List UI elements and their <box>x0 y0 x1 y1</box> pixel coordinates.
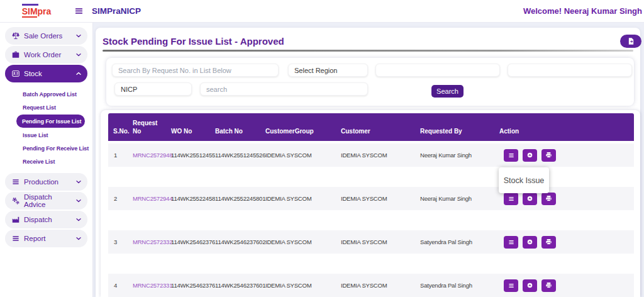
action-view-button[interactable] <box>523 193 537 205</box>
sidebar-item-label: Dispatch <box>24 216 52 223</box>
column-header-batch-no: Batch No <box>215 127 265 141</box>
plant-select[interactable]: NICP <box>114 82 192 96</box>
cell-batch-no: 114WK2552245801 <box>215 195 265 202</box>
sidebar-item-label: Report <box>24 235 46 242</box>
cell-requested-by: Neeraj Kumar Singh <box>420 152 499 159</box>
cell-batch-no: 114WK2546237601 <box>215 282 265 289</box>
cell-customer-group: IDEMIA SYSCOM <box>265 282 341 289</box>
id-card-icon <box>11 69 20 78</box>
table-header-row: S.No.Request NoWO NoBatch NoCustomerGrou… <box>108 113 634 141</box>
request-no-search-input[interactable] <box>112 64 279 77</box>
table-body: 1MRNC2572948114WK25512455114WK2551245526… <box>108 143 634 297</box>
chevron-down-icon <box>75 178 82 186</box>
cell-batch-no: 114WK2551245526 <box>215 152 265 159</box>
request-no-link[interactable]: MRNC2572944 <box>133 195 172 202</box>
action-stock-issue-button[interactable] <box>504 236 518 249</box>
chevron-down-icon <box>75 197 82 205</box>
action-print-button[interactable] <box>541 279 556 292</box>
menu-icon <box>508 238 515 246</box>
sidebar-item-report[interactable]: Report <box>5 230 87 247</box>
sidebar-item-label: Production <box>24 178 58 186</box>
menu-toggle-icon[interactable] <box>74 6 84 16</box>
app-title: SIMPraNICP <box>92 6 141 16</box>
stock-issue-tooltip: Stock Issue <box>499 167 549 193</box>
sidebar-item-sale-orders[interactable]: Sale Orders <box>5 27 87 45</box>
cell-customer: IDEMIA SYSCOM <box>341 238 420 245</box>
request-no-link[interactable]: MRNC2572331 <box>133 282 172 289</box>
export-button[interactable] <box>620 35 641 48</box>
column-header-s-no: S.No. <box>108 127 133 141</box>
sidebar-item-production[interactable]: Production <box>5 173 87 191</box>
column-header-customergroup: CustomerGroup <box>265 127 341 141</box>
main-content: Stock Pending For Issue List - Approved … <box>96 28 640 297</box>
sidebar-subitem-pending-for-receive-list[interactable]: Pending For Receive List <box>0 142 92 155</box>
cell-customer: IDEMIA SYSCOM <box>341 195 420 202</box>
region-select[interactable]: Select Region <box>288 64 368 77</box>
action-print-button[interactable] <box>541 193 556 205</box>
cell-batch-no: 114WK2546237602 <box>215 238 265 245</box>
cell-sno: 4 <box>108 282 133 289</box>
logo-text: SIMpra <box>22 6 52 16</box>
menu-icon <box>508 195 515 203</box>
table-row: 3MRNC2572332114WK25462376114WK2546237602… <box>108 230 634 254</box>
sidebar-item-stock[interactable]: Stock <box>5 65 87 82</box>
cell-sno: 1 <box>108 152 133 159</box>
sidebar-subitem-receive-list[interactable]: Receive List <box>0 155 92 168</box>
sidebar: Sale OrdersWork OrderStockBatch Approved… <box>0 23 93 297</box>
briefcase-icon <box>11 50 20 59</box>
sidebar-nav: Sale OrdersWork OrderStockBatch Approved… <box>0 27 92 247</box>
cell-sno: 2 <box>108 195 133 202</box>
table-row: 2MRNC2572944114WK25522458114WK2552245801… <box>108 187 634 210</box>
menu-icon <box>508 152 515 159</box>
action-print-button[interactable] <box>541 236 556 249</box>
sidebar-subitem-pending-for-issue-list[interactable]: Pending For Issue List <box>16 115 85 128</box>
cell-actions <box>499 193 634 205</box>
sidebar-item-work-order[interactable]: Work Order <box>5 46 87 64</box>
sidebar-subitem-batch-approved-list[interactable]: Batch Approved List <box>0 87 92 101</box>
sidebar-item-dispatch-advice[interactable]: Dispatch Advice <box>5 192 87 210</box>
lines-icon <box>11 234 20 243</box>
column-header-requested-by: Requested By <box>420 127 499 141</box>
action-stock-issue-button[interactable] <box>504 149 518 162</box>
factory-icon <box>11 215 20 224</box>
action-view-button[interactable] <box>523 149 537 162</box>
column-header-customer: Customer <box>341 127 420 141</box>
sidebar-subitem-request-list[interactable]: Request List <box>0 101 92 114</box>
request-no-link[interactable]: MRNC2572332 <box>133 238 172 245</box>
sidebar-subitem-issue-list[interactable]: Issue List <box>0 128 92 142</box>
table-container: S.No.Request NoWO NoBatch NoCustomerGrou… <box>101 110 640 297</box>
cell-customer: IDEMIA SYSCOM <box>341 282 420 289</box>
action-view-button[interactable] <box>523 236 537 249</box>
action-stock-issue-button[interactable] <box>504 279 518 292</box>
chevron-down-icon <box>75 32 82 40</box>
printer-icon <box>545 194 553 203</box>
column-header-wo-no: WO No <box>171 127 215 141</box>
filter-input-3[interactable] <box>375 64 500 77</box>
cell-customer: IDEMIA SYSCOM <box>341 152 420 159</box>
cell-sno: 3 <box>108 238 133 245</box>
filter-input-4[interactable] <box>508 64 632 77</box>
circle-caret-icon <box>526 194 534 203</box>
action-view-button[interactable] <box>523 279 537 292</box>
action-stock-issue-button[interactable] <box>504 193 518 205</box>
menu-icon <box>508 282 515 289</box>
cell-request-no: MRNC2572331 <box>133 282 171 289</box>
top-bar: SIMpra SIMPraNICP Welcome! Neeraj Kumar … <box>0 0 644 23</box>
cell-request-no: MRNC2572944 <box>133 195 171 202</box>
search-button[interactable]: Search <box>431 85 464 98</box>
sidebar-item-dispatch[interactable]: Dispatch <box>5 211 87 228</box>
chevron-down-icon <box>75 235 82 242</box>
table-row: 1MRNC2572948114WK25512455114WK2551245526… <box>108 143 634 167</box>
printer-icon <box>545 151 553 159</box>
cell-wo-no: 114WK25462376 <box>171 238 215 245</box>
search-input[interactable] <box>200 82 368 96</box>
cell-wo-no: 114WK25522458 <box>171 195 215 202</box>
cell-request-no: MRNC2572332 <box>133 238 171 245</box>
sidebar-item-label: Work Order <box>24 51 61 59</box>
action-print-button[interactable] <box>541 149 556 162</box>
sidebar-item-label: Dispatch Advice <box>24 193 71 208</box>
chevron-down-icon <box>75 51 82 59</box>
request-no-link[interactable]: MRNC2572948 <box>133 152 172 159</box>
printer-icon <box>545 281 553 289</box>
logo: SIMpra <box>0 6 73 16</box>
